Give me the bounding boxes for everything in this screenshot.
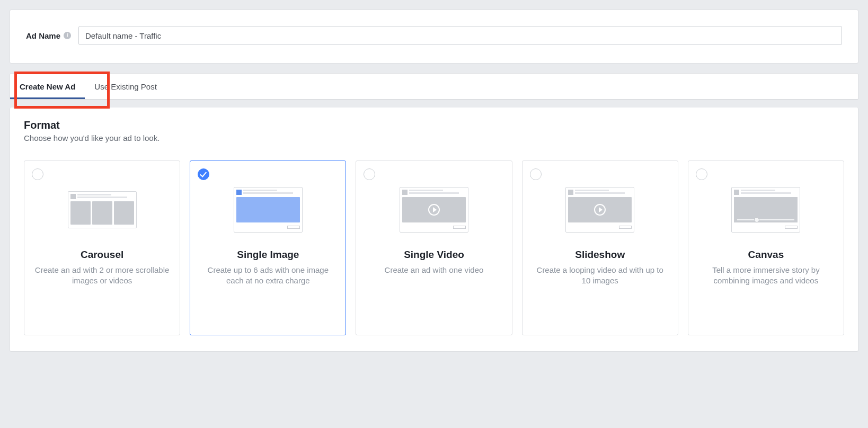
format-option-carousel[interactable]: Carousel Create an ad with 2 or more scr… (24, 160, 180, 335)
format-options: Carousel Create an ad with 2 or more scr… (24, 160, 844, 335)
format-option-single-video[interactable]: Single Video Create an ad with one video (356, 160, 512, 335)
format-option-title: Single Image (198, 249, 338, 261)
tab-create-new-ad[interactable]: Create New Ad (10, 74, 85, 99)
radio-icon (32, 168, 43, 180)
tab-use-existing-post[interactable]: Use Existing Post (85, 74, 166, 99)
radio-icon (530, 168, 542, 180)
format-option-single-image[interactable]: Single Image Create up to 6 ads with one… (190, 160, 346, 335)
format-illustration (364, 178, 504, 242)
format-subheading: Choose how you'd like your ad to look. (24, 133, 844, 142)
format-option-desc: Tell a more immersive story by combining… (696, 265, 836, 287)
format-option-desc: Create an ad with one video (364, 265, 504, 275)
format-option-desc: Create an ad with 2 or more scrollable i… (32, 265, 172, 287)
info-icon[interactable]: i (64, 32, 71, 39)
format-option-slideshow[interactable]: Slideshow Create a looping video ad with… (522, 160, 678, 335)
ad-name-input[interactable] (78, 26, 842, 45)
ad-name-card: Ad Name i (10, 10, 858, 64)
format-option-title: Slideshow (530, 249, 670, 261)
format-illustration (696, 178, 836, 242)
ad-name-label: Ad Name i (26, 31, 71, 40)
ad-name-label-text: Ad Name (26, 31, 60, 40)
format-option-canvas[interactable]: Canvas Tell a more immersive story by co… (688, 160, 844, 335)
format-option-desc: Create up to 6 ads with one image each a… (198, 265, 338, 287)
ad-source-tabs: Create New Ad Use Existing Post (10, 74, 858, 100)
format-option-title: Canvas (696, 249, 836, 261)
format-illustration (32, 178, 172, 242)
format-heading: Format (24, 119, 844, 131)
radio-icon (696, 168, 707, 180)
tab-label: Use Existing Post (94, 82, 157, 91)
tab-label: Create New Ad (20, 82, 75, 91)
format-illustration (530, 178, 670, 242)
format-illustration (198, 178, 338, 242)
format-card: Format Choose how you'd like your ad to … (10, 108, 858, 352)
format-option-title: Carousel (32, 249, 172, 261)
ad-creative-card: Create New Ad Use Existing Post (10, 73, 858, 100)
format-option-desc: Create a looping video ad with up to 10 … (530, 265, 670, 287)
format-option-title: Single Video (364, 249, 504, 261)
